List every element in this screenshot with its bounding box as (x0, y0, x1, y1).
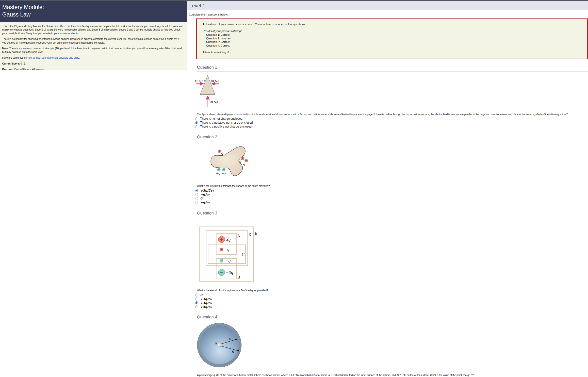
radio-button[interactable] (195, 121, 198, 124)
tips-link[interactable]: how to input your numerical answers and … (28, 56, 80, 59)
point-charge-ball (217, 343, 221, 347)
option-label: There is a positive net charge enclosed. (200, 125, 252, 129)
radio-button[interactable] (195, 294, 198, 296)
option-label: There is no net charge enclosed. (200, 117, 243, 121)
feedback-results-title: Results of your previous attempt: (203, 29, 581, 33)
right-arrow-label: 10 N/C (210, 79, 220, 83)
module-title-line1: Mastery Module: (2, 3, 185, 11)
surface-E-label: E (255, 231, 257, 236)
module-intro-paragraph: This is the Physics Mastery Module for G… (2, 24, 183, 35)
question-1-options: There is no net charge enclosed. There i… (195, 117, 588, 129)
surface-A-label: A (237, 234, 240, 238)
question-2-options: +3q/2ϵ₀ −q/ϵ₀ 0 +q/ϵ₀ (195, 189, 588, 204)
charge-plus-3q (218, 236, 225, 243)
option-label: There is a negative net charge enclosed. (200, 121, 254, 125)
question-3-option-2[interactable]: +4q/ϵ₀ (195, 297, 588, 301)
charge-neg-3q-label: −3q (225, 270, 234, 275)
surface-C-label: C (242, 252, 245, 257)
question-3-text: What is the electric flux through surfac… (197, 289, 588, 292)
level-title: Level 1 (189, 3, 205, 9)
blob-surface-diagram: q q q (207, 143, 251, 180)
question-3-option-3[interactable]: +3q/ϵ₀ (195, 301, 588, 305)
score-value: 0 / 3. (20, 62, 26, 65)
question-3-option-4[interactable]: +5q/ϵ₀ (195, 305, 588, 309)
question-3: Question 3 A D E C B 3q (187, 211, 588, 309)
surface-A (216, 234, 237, 254)
question-3-option-1[interactable]: 0 (195, 293, 588, 297)
charge-minus-3q (218, 269, 225, 276)
radio-button[interactable] (195, 193, 198, 196)
positive-charge-notch (241, 157, 244, 160)
top-charge-label: q (221, 151, 223, 155)
note-text: There is a maximum number of attempts (1… (2, 47, 182, 53)
feedback-result-1: Question 1: Correct (206, 33, 581, 37)
option-label: +3q/2ϵ₀ (200, 189, 214, 192)
question-1-text: The figure shown above displays a cross … (197, 113, 588, 116)
feedback-results-list: Question 1: Correct Question 2: Incorrec… (203, 33, 581, 47)
feedback-result-2: Question 2: Incorrect (206, 37, 581, 40)
level-header: Level 1 (187, 1, 588, 10)
radio-button[interactable] (195, 197, 198, 200)
module-penalty-paragraph: There is no penalty for choosing or ente… (2, 37, 183, 44)
question-1-option-1[interactable]: There is no net charge enclosed. (195, 117, 588, 121)
radio-button[interactable] (195, 189, 198, 192)
radio-button[interactable] (195, 305, 198, 308)
option-label: +3q/ϵ₀ (200, 301, 212, 305)
question-4-heading: Question 4 (197, 314, 588, 321)
hollow-sphere-diagram: q a b (196, 322, 244, 369)
feedback-message: At least one of your answers was incorre… (203, 22, 581, 26)
module-title: Mastery Module: Gauss Law (0, 1, 187, 22)
question-4-text: A point charge q sits at the center of a… (197, 374, 588, 377)
main-content: Level 1 Complete the 4 questions below. … (187, 1, 588, 377)
outer-radius-label: b (231, 350, 234, 354)
right-charge-label: q (243, 163, 245, 166)
question-2-option-3[interactable]: 0 (195, 197, 588, 200)
option-label: +4q/ϵ₀ (200, 297, 212, 301)
question-1-heading: Question 1 (197, 65, 588, 71)
charge-q-label: q (227, 247, 230, 252)
inner-radius-label: a (229, 337, 231, 341)
surface-B-label: B (237, 275, 240, 279)
radio-button[interactable] (195, 201, 198, 204)
radio-button[interactable] (195, 125, 198, 128)
positive-charge-top (218, 150, 221, 153)
neg-charge-label-1: −q (216, 172, 220, 175)
question-2-heading: Question 2 (197, 134, 588, 141)
module-title-line2: Gauss Law (2, 11, 185, 18)
instruction-text: Complete the 4 questions below. (189, 13, 588, 16)
nested-surfaces-diagram: A D E C B 3q q (197, 224, 259, 284)
tips-prefix: Here are some tips on (2, 56, 28, 59)
due-value: Due in 3 hours, 48 minutes (14, 68, 44, 70)
question-2-option-1[interactable]: +3q/2ϵ₀ (195, 189, 588, 192)
negative-charge-2 (222, 168, 225, 171)
question-2-option-4[interactable]: +q/ϵ₀ (195, 200, 588, 204)
radio-button[interactable] (195, 301, 198, 304)
neg-charge-label-2: −q (221, 172, 226, 175)
current-score-row: Current Score: 0 / 3. (2, 62, 183, 65)
question-1-option-2[interactable]: There is a negative net charge enclosed. (195, 121, 588, 125)
due-label: Due date: (2, 68, 14, 70)
attempts-remaining: Attempts remaining: 6 (203, 50, 581, 54)
question-3-heading: Question 3 (197, 211, 588, 217)
option-label: +q/ϵ₀ (200, 200, 210, 204)
negative-charge-1 (217, 168, 220, 171)
question-2-option-2[interactable]: −q/ϵ₀ (195, 193, 588, 196)
option-label: 0 (200, 293, 202, 297)
charge-plus-q (220, 248, 223, 251)
radio-button[interactable] (195, 117, 198, 120)
note-label: Note: (2, 47, 9, 50)
feedback-result-3: Question 3: Correct (206, 40, 581, 44)
option-label: +5q/ϵ₀ (200, 305, 212, 309)
charge-neg-q-label: −q (225, 259, 231, 263)
module-note-paragraph: Note: There is a maximum number of attem… (2, 47, 183, 54)
feedback-result-4: Question 4: Correct (206, 44, 581, 48)
positive-charge-right (245, 159, 248, 162)
surface-D-label: D (248, 232, 251, 237)
left-arrow-label: 10 N/C (195, 79, 205, 83)
radio-button[interactable] (195, 297, 198, 300)
module-description: This is the Physics Mastery Module for G… (0, 22, 187, 70)
due-date-row: Due date: Due in 3 hours, 48 minutes (2, 67, 183, 70)
question-2-text: What is the electric flux through the su… (197, 184, 588, 187)
notch-charge-label: q (239, 160, 241, 163)
question-1-option-3[interactable]: There is a positive net charge enclosed. (195, 125, 588, 129)
